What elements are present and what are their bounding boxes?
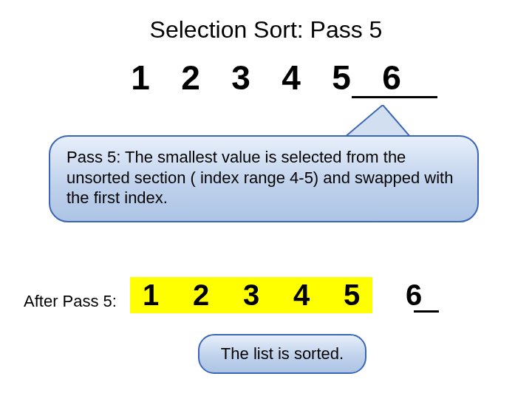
unsorted-underline-after — [414, 310, 439, 313]
array-after-item-5: 6 — [399, 279, 429, 312]
array-after-item-4: 5 — [337, 279, 366, 312]
unsorted-underline-before — [352, 96, 437, 98]
explanation-callout: Pass 5: The smallest value is selected f… — [49, 106, 479, 224]
after-pass-label: After Pass 5: — [24, 292, 117, 311]
array-after-item-3: 4 — [287, 279, 316, 312]
array-before-item-2: 3 — [226, 58, 256, 98]
array-before-item-1: 2 — [176, 58, 205, 98]
explanation-text: Pass 5: The smallest value is selected f… — [49, 135, 479, 222]
array-after-item-1: 2 — [186, 279, 216, 312]
slide-title: Selection Sort: Pass 5 — [0, 16, 532, 44]
array-before-item-4: 5 — [327, 58, 356, 98]
array-after-item-2: 3 — [236, 279, 266, 312]
array-before: 1 2 3 4 5 6 — [126, 58, 406, 98]
array-before-item-0: 1 — [126, 58, 155, 98]
svg-marker-0 — [344, 105, 411, 137]
array-after-item-0: 1 — [136, 279, 166, 312]
array-before-item-3: 4 — [276, 58, 306, 98]
array-before-item-5: 6 — [377, 58, 406, 98]
array-after: 1 2 3 4 5 6 — [130, 277, 429, 313]
sorted-message: The list is sorted. — [198, 334, 366, 374]
sorted-highlight: 1 2 3 4 5 — [130, 277, 372, 313]
